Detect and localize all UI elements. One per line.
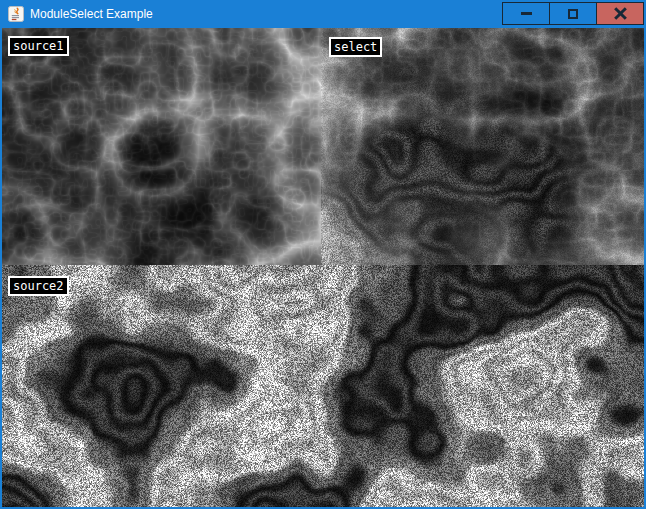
render-area: source1 select source2 [2, 0, 644, 507]
window-title: ModuleSelect Example [30, 0, 153, 28]
label-select: select [329, 37, 382, 57]
select-image [321, 28, 644, 265]
maximize-icon [568, 9, 578, 19]
minimize-button[interactable] [502, 2, 550, 25]
titlebar[interactable]: ModuleSelect Example [0, 0, 646, 28]
minimize-icon [521, 12, 532, 15]
source1-image [2, 28, 321, 265]
close-button[interactable] [596, 2, 644, 25]
close-icon [614, 7, 627, 20]
java-coffee-icon [8, 6, 24, 22]
source2-image [2, 265, 644, 507]
app-window: source1 select source2 ModuleSelect Exam… [0, 0, 646, 509]
maximize-button[interactable] [549, 2, 597, 25]
label-source2: source2 [8, 276, 69, 296]
label-source1: source1 [8, 36, 69, 56]
window-controls [503, 2, 644, 25]
